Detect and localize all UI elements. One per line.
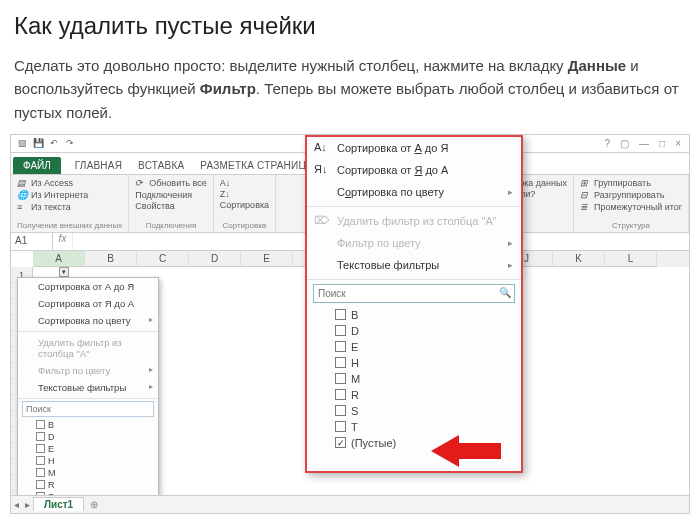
btn-properties[interactable]: Свойства	[135, 201, 206, 211]
sheet-nav-prev-icon[interactable]: ◂	[11, 499, 22, 510]
btn-from-web[interactable]: 🌐Из Интернета	[17, 190, 122, 201]
tab-home[interactable]: ГЛАВНАЯ	[67, 157, 130, 174]
search-input[interactable]	[313, 284, 515, 303]
check-item[interactable]: D	[36, 431, 152, 443]
col-header[interactable]: K	[553, 251, 605, 267]
btn-ungroup[interactable]: ⊟Разгруппировать	[580, 190, 682, 201]
checklist: B D E H M R S T (Пустые)	[319, 307, 513, 451]
check-item[interactable]: H	[319, 355, 513, 371]
sheet-nav-next-icon[interactable]: ▸	[22, 499, 33, 510]
redo-icon[interactable]: ↷	[63, 136, 77, 150]
group-caption: Структура	[580, 221, 682, 232]
filter-menu-highlighted: A↓ Сортировка от А до Я Я↓ Сортировка от…	[305, 135, 523, 473]
mi-sort-az[interactable]: Сортировка от А до Я	[18, 278, 158, 295]
sort-az-icon: A↓	[314, 141, 328, 155]
fx-icon[interactable]: fx	[53, 233, 73, 250]
col-header[interactable]: B	[85, 251, 137, 267]
check-item[interactable]: M	[36, 467, 152, 479]
name-box[interactable]: A1	[11, 233, 53, 250]
btn-from-text[interactable]: ≡Из текста	[17, 202, 122, 213]
add-sheet-icon[interactable]: ⊕	[84, 499, 104, 510]
btn-group[interactable]: ⊞Группировать	[580, 178, 682, 189]
check-item[interactable]: S	[319, 403, 513, 419]
mi-filter-color: Фильтр по цвету▸	[18, 362, 158, 379]
check-item[interactable]: M	[319, 371, 513, 387]
sheet-tabs: ◂ ▸ Лист1 ⊕	[11, 495, 689, 513]
chevron-right-icon: ▸	[508, 260, 513, 270]
btn-from-access[interactable]: ▤Из Access	[17, 178, 122, 189]
mi-sort-color[interactable]: Сортировка по цвету▸	[307, 181, 521, 203]
article-paragraph: Сделать это довольно просто: выделите ну…	[14, 54, 686, 124]
btn-sort-az[interactable]: A↓	[220, 178, 269, 188]
svg-marker-0	[431, 435, 501, 467]
article-title: Как удалить пустые ячейки	[14, 12, 686, 40]
search-box: 🔍	[313, 284, 515, 303]
bold-filter: Фильтр	[200, 80, 256, 97]
check-item[interactable]: D	[319, 323, 513, 339]
mi-clear-filter: ⌦ Удалить фильтр из столбца "A"	[307, 210, 521, 232]
chevron-right-icon: ▸	[149, 365, 153, 374]
group-caption: Подключения	[135, 221, 206, 232]
filter-dropdown-a[interactable]: ▾	[59, 267, 69, 277]
mi-sort-color[interactable]: Сортировка по цвету▸	[18, 312, 158, 329]
maximize-icon[interactable]: □	[659, 138, 665, 149]
ribbon-group-connections: ⟳Обновить все Подключения Свойства Подкл…	[129, 175, 213, 232]
close-icon[interactable]: ×	[675, 138, 681, 149]
check-item[interactable]: B	[36, 419, 152, 431]
col-header[interactable]: E	[241, 251, 293, 267]
check-item[interactable]: H	[36, 455, 152, 467]
chevron-right-icon: ▸	[508, 187, 513, 197]
mi-sort-az[interactable]: A↓ Сортировка от А до Я	[307, 137, 521, 159]
col-header-a[interactable]: A	[33, 251, 85, 267]
mi-sort-za[interactable]: Я↓ Сортировка от Я до А	[307, 159, 521, 181]
mi-clear-filter: Удалить фильтр из столбца "A"	[18, 334, 158, 362]
search-input[interactable]	[22, 401, 154, 417]
mi-sort-za[interactable]: Сортировка от Я до А	[18, 295, 158, 312]
mi-text-filters[interactable]: Текстовые фильтры▸	[307, 254, 521, 276]
text-icon: ≡	[17, 202, 28, 213]
excel-icon: ▧	[15, 136, 29, 150]
minimize-icon[interactable]: —	[639, 138, 649, 149]
btn-sort[interactable]: Сортировка	[220, 200, 269, 210]
sheet-tab[interactable]: Лист1	[33, 497, 84, 511]
check-item[interactable]: R	[36, 479, 152, 491]
chevron-right-icon: ▸	[508, 238, 513, 248]
separator	[18, 331, 158, 332]
tab-file[interactable]: ФАЙЛ	[13, 157, 61, 174]
check-item[interactable]: R	[319, 387, 513, 403]
group-icon: ⊞	[580, 178, 591, 189]
help-icon[interactable]: ?	[605, 138, 611, 149]
refresh-icon: ⟳	[135, 178, 146, 189]
check-item[interactable]: E	[36, 443, 152, 455]
window-controls: ? ▢ — □ ×	[605, 138, 689, 149]
col-header[interactable]: C	[137, 251, 189, 267]
btn-sort-za[interactable]: Z↓	[220, 189, 269, 199]
undo-icon[interactable]: ↶	[47, 136, 61, 150]
btn-refresh-all[interactable]: ⟳Обновить все	[135, 178, 206, 189]
excel-screenshot: ▧ 💾 ↶ ↷ Книга1 - Excel ? ▢ — □ × ФАЙЛ ГЛ…	[10, 134, 690, 514]
btn-connections[interactable]: Подключения	[135, 190, 206, 200]
ungroup-icon: ⊟	[580, 190, 591, 201]
ribbon-group-sort: A↓ Z↓ Сортировка Сортировка	[214, 175, 276, 232]
save-icon[interactable]: 💾	[31, 136, 45, 150]
col-header[interactable]: D	[189, 251, 241, 267]
separator	[307, 279, 521, 280]
mi-text-filters[interactable]: Текстовые фильтры▸	[18, 379, 158, 396]
separator	[307, 206, 521, 207]
filter-menu-small: Сортировка от А до Я Сортировка от Я до …	[17, 277, 159, 514]
ribbon-group-external-data: ▤Из Access 🌐Из Интернета ≡Из текста Полу…	[11, 175, 129, 232]
web-icon: 🌐	[17, 190, 28, 201]
separator	[18, 398, 158, 399]
ribbon-group-outline: ⊞Группировать ⊟Разгруппировать ≣Промежут…	[574, 175, 689, 232]
col-header[interactable]: L	[605, 251, 657, 267]
check-item[interactable]: B	[319, 307, 513, 323]
group-caption: Сортировка	[220, 221, 269, 232]
callout-arrow-icon	[431, 433, 501, 472]
btn-subtotal[interactable]: ≣Промежуточный итог	[580, 202, 682, 213]
chevron-right-icon: ▸	[149, 382, 153, 391]
check-item[interactable]: E	[319, 339, 513, 355]
tab-insert[interactable]: ВСТАВКА	[130, 157, 192, 174]
search-icon: 🔍	[499, 287, 511, 298]
ribbon-toggle-icon[interactable]: ▢	[620, 138, 629, 149]
tab-page-layout[interactable]: РАЗМЕТКА СТРАНИЦЫ	[192, 157, 323, 174]
